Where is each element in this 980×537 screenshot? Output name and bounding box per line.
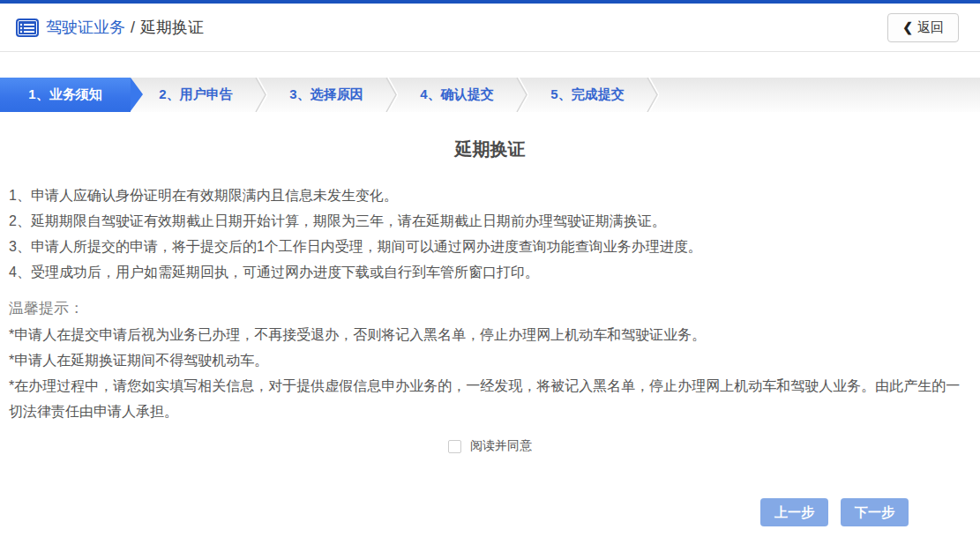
step-4-confirm-submit[interactable]: 4、确认提交 (392, 78, 522, 112)
tip-line-2: *申请人在延期换证期间不得驾驶机动车。 (9, 347, 971, 373)
page-header: 驾驶证业务 / 延期换证 ❮ 返回 (0, 4, 980, 52)
step-label: 2、用户申告 (159, 86, 232, 103)
step-label: 3、选择原因 (289, 86, 363, 103)
notice-line-1: 1、申请人应确认身份证明在有效期限满内且信息未发生变化。 (9, 183, 971, 208)
back-arrow-icon: ❮ (902, 20, 913, 34)
back-button-label: 返回 (917, 19, 944, 36)
step-1-business-notice[interactable]: 1、业务须知 (0, 78, 131, 112)
footer-actions: 上一步 下一步 (0, 498, 980, 526)
breadcrumb-separator: / (131, 19, 135, 37)
step-2-user-declaration[interactable]: 2、用户申告 (131, 78, 261, 112)
step-label: 1、业务须知 (28, 86, 101, 103)
tip-line-1: *申请人在提交申请后视为业务已办理，不再接受退办，否则将记入黑名单，停止办理网上… (9, 322, 971, 347)
agree-row: 阅读并同意 (9, 438, 971, 454)
main-content: 延期换证 1、申请人应确认身份证明在有效期限满内且信息未发生变化。 2、延期期限… (0, 138, 980, 454)
breadcrumb-section[interactable]: 驾驶证业务 (46, 17, 125, 38)
previous-step-button[interactable]: 上一步 (760, 498, 828, 526)
step-progress-bar: 1、业务须知 2、用户申告 3、选择原因 4、确认提交 5、完成提交 (0, 78, 980, 112)
step-label: 4、确认提交 (420, 86, 493, 103)
step-3-choose-reason[interactable]: 3、选择原因 (261, 78, 392, 112)
notice-line-2: 2、延期期限自驾驶证有效期截止日期开始计算，期限为三年，请在延期截止日期前办理驾… (9, 208, 971, 234)
step-separator-icon (647, 78, 659, 112)
notice-line-3: 3、申请人所提交的申请，将于提交后的1个工作日内受理，期间可以通过网办进度查询功… (9, 234, 971, 259)
breadcrumb-current: 延期换证 (140, 17, 204, 38)
tips-title: 温馨提示： (9, 295, 971, 322)
tip-line-3: *在办理过程中，请您如实填写相关信息，对于提供虚假信息申办业务的，一经发现，将被… (9, 373, 971, 424)
agree-checkbox[interactable] (448, 440, 461, 453)
page-title: 延期换证 (9, 138, 971, 161)
step-label: 5、完成提交 (550, 86, 624, 103)
back-button[interactable]: ❮ 返回 (887, 13, 959, 42)
license-business-icon (16, 19, 39, 37)
step-5-finish-submit[interactable]: 5、完成提交 (522, 78, 653, 112)
next-step-button[interactable]: 下一步 (841, 498, 909, 526)
agree-checkbox-label[interactable]: 阅读并同意 (470, 438, 532, 454)
notice-line-4: 4、受理成功后，用户如需延期回执，可通过网办进度下载或自行到车管所窗口打印。 (9, 259, 971, 285)
